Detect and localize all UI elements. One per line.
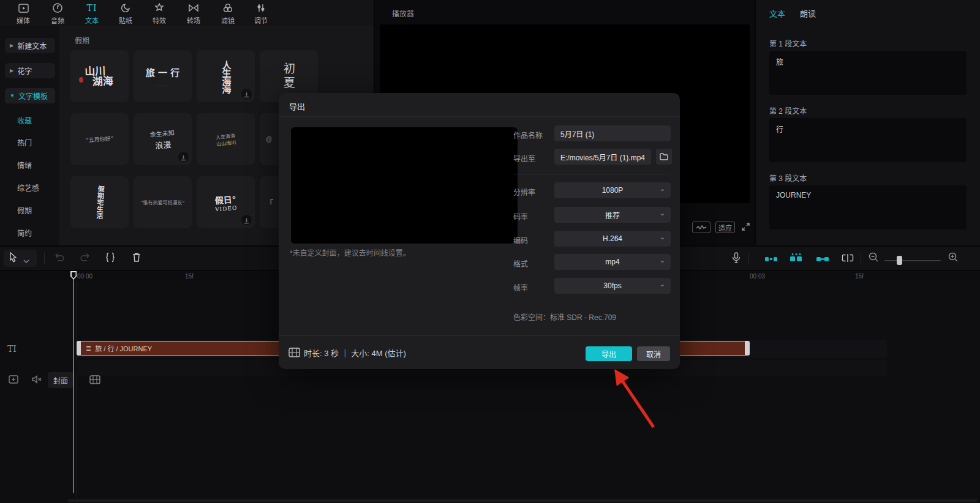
folder-icon xyxy=(660,153,668,160)
fullscreen-icon[interactable] xyxy=(741,222,750,234)
horizontal-scrollbar[interactable] xyxy=(67,499,978,502)
template-card[interactable]: 假期宅生活 xyxy=(70,176,129,228)
waveform-icon[interactable] xyxy=(692,222,710,233)
expand-tracks-icon[interactable] xyxy=(9,375,18,386)
field-label: 作品名称 xyxy=(513,130,543,140)
tab-effects[interactable]: 特效 xyxy=(142,2,176,25)
template-card[interactable]: “五月你好” xyxy=(70,113,129,165)
ruler-label: 00:03 xyxy=(750,273,765,280)
download-icon[interactable]: ↓ xyxy=(178,152,189,162)
audio-icon xyxy=(53,2,62,13)
sidebar-cat-favorites[interactable]: 收藏 xyxy=(17,115,32,125)
select-value: 1080P xyxy=(602,186,624,195)
sidebar-cat-holiday[interactable]: 假期 xyxy=(17,205,32,215)
track-header-divider xyxy=(77,281,77,503)
project-name-input[interactable]: 5月7日 (1) xyxy=(554,125,671,141)
template-card[interactable]: 人生海海 ↓ xyxy=(197,50,255,102)
undo-icon[interactable] xyxy=(54,252,65,264)
caret-right-icon: ▶ xyxy=(10,43,13,48)
sidebar-cat-emotion[interactable]: 情绪 xyxy=(17,160,32,170)
segment-text-input[interactable]: JOURNEY xyxy=(769,185,967,229)
download-icon[interactable]: ↓ xyxy=(241,215,252,225)
fit-button[interactable]: 适应 xyxy=(715,222,735,233)
section-title: 假期 xyxy=(75,35,89,45)
chevron-down-icon: ⌄ xyxy=(660,185,665,193)
template-card[interactable]: 山川 湖海 xyxy=(70,50,129,102)
card-text: 旅 一 行 xyxy=(146,65,179,78)
sidebar-cat-hot[interactable]: 热门 xyxy=(17,137,32,147)
main-track-film-icon[interactable] xyxy=(89,375,100,387)
mute-track-icon[interactable] xyxy=(32,375,42,386)
linkage-icon[interactable] xyxy=(816,255,829,266)
sidebar-item-huazi[interactable]: ▶ 花字 xyxy=(5,63,55,78)
split-icon[interactable] xyxy=(105,252,115,265)
template-card[interactable]: 旅 一 行 · · · · · · xyxy=(134,50,192,102)
select-value: mp4 xyxy=(605,258,619,266)
zoom-out-icon[interactable] xyxy=(869,252,878,264)
tool-dropdown-chevron-icon[interactable] xyxy=(23,255,29,266)
tab-media[interactable]: 媒体 xyxy=(6,2,40,25)
sidebar-item-text-template[interactable]: ▼ 文字模板 xyxy=(5,88,55,103)
template-card[interactable]: “惟有热爱可抵漫长” xyxy=(134,176,192,228)
tab-text[interactable]: TI 文本 xyxy=(75,2,109,25)
segment-text-input[interactable]: 旅 xyxy=(769,51,967,95)
sidebar-cat-simple[interactable]: 简约 xyxy=(17,228,32,238)
download-icon[interactable]: ↓ xyxy=(241,89,252,99)
main-track-magnet-icon[interactable] xyxy=(764,255,778,266)
tab-filter[interactable]: 滤镜 xyxy=(211,2,245,25)
chevron-down-icon: ⌄ xyxy=(660,233,665,241)
select-tool-icon[interactable] xyxy=(9,252,18,266)
card-text: 假日° xyxy=(214,192,236,206)
redo-icon[interactable] xyxy=(80,252,91,264)
card-text: 人生海海 xyxy=(222,61,230,92)
format-select[interactable]: mp4 ⌄ xyxy=(554,254,671,270)
tab-read-aloud[interactable]: 朗读 xyxy=(800,7,816,19)
chevron-down-icon: ⌄ xyxy=(660,280,665,288)
tab-audio[interactable]: 音频 xyxy=(40,2,75,25)
playhead-line[interactable] xyxy=(74,272,75,493)
template-card[interactable]: 余生未知 浪漫 ↓ xyxy=(134,113,192,165)
zoom-slider[interactable] xyxy=(884,260,941,261)
transition-icon xyxy=(188,2,199,13)
framerate-select[interactable]: 30fps ⌄ xyxy=(554,278,671,294)
browse-folder-button[interactable] xyxy=(656,149,672,165)
caret-right-icon: ▶ xyxy=(10,68,13,73)
codec-select[interactable]: H.264 ⌄ xyxy=(554,231,671,247)
template-card[interactable]: 假日° VIDEO ↓ xyxy=(197,176,255,228)
export-button[interactable]: 导出 xyxy=(586,346,632,361)
tab-sticker[interactable]: 贴纸 xyxy=(108,2,143,25)
record-voiceover-icon[interactable] xyxy=(732,252,741,266)
cancel-button[interactable]: 取消 xyxy=(637,346,670,361)
chevron-down-icon: ⌄ xyxy=(660,209,665,217)
clip-text-icon: ≣ xyxy=(86,345,91,352)
zoom-in-icon[interactable] xyxy=(948,252,958,264)
segment-label: 第 3 段文本 xyxy=(769,173,807,183)
tab-transition[interactable]: 转场 xyxy=(176,2,211,25)
segment-text-input[interactable]: 行 xyxy=(769,118,967,162)
red-seal-decoration xyxy=(79,77,83,83)
zoom-slider-handle[interactable] xyxy=(897,256,902,265)
tab-adjust[interactable]: 调节 xyxy=(244,2,278,25)
bitrate-select[interactable]: 推荐 ⌄ xyxy=(554,207,671,223)
preview-axis-icon[interactable] xyxy=(842,253,854,265)
sidebar-cat-variety[interactable]: 综艺感 xyxy=(17,182,39,193)
tab-text-content[interactable]: 文本 xyxy=(769,7,785,19)
template-card[interactable]: 人生海海 山山而川 xyxy=(197,113,255,165)
player-title: 播放器 xyxy=(392,8,414,18)
sidebar-item-new-text[interactable]: ▶ 新建文本 xyxy=(5,38,55,53)
auto-snap-icon[interactable] xyxy=(789,253,804,265)
select-value: H.264 xyxy=(603,234,622,243)
fit-label: 适应 xyxy=(718,223,732,233)
media-icon xyxy=(18,2,29,13)
delete-icon[interactable] xyxy=(132,252,141,265)
tab-label: 贴纸 xyxy=(119,15,132,25)
dialog-divider xyxy=(513,174,671,174)
cover-button[interactable]: 封面 xyxy=(48,372,74,388)
export-path-input[interactable]: E:/movies/5月7日 (1).mp4 xyxy=(554,149,651,165)
toolbar-divider xyxy=(748,253,749,264)
cover-button-label: 封面 xyxy=(53,375,68,386)
sidebar-item-label: 花字 xyxy=(17,65,32,76)
export-preview xyxy=(291,127,518,244)
resolution-select[interactable]: 1080P ⌄ xyxy=(554,182,671,198)
card-text: 假期宅生活 xyxy=(95,185,105,220)
